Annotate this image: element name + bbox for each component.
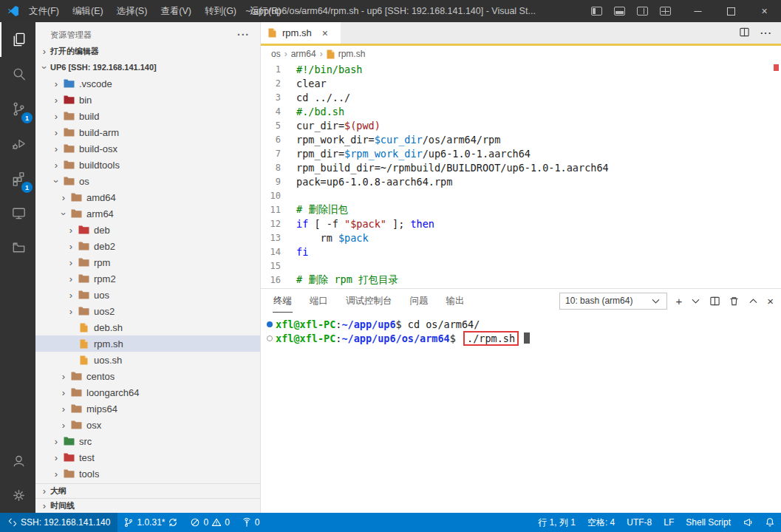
explorer-icon[interactable] (0, 22, 35, 57)
outline-section[interactable]: › 大纲 (35, 483, 260, 498)
workspace-root[interactable]: › UP6 [SSH: 192.168.141.140] (35, 59, 260, 75)
menu-item[interactable]: 选择(S) (110, 0, 154, 22)
tree-item-osx[interactable]: ›osx (35, 417, 260, 433)
customize-layout-icon[interactable] (660, 7, 671, 16)
source-control-icon[interactable]: 1 (0, 92, 35, 126)
toggle-secondary-sidebar-icon[interactable] (637, 7, 648, 16)
remote-explorer-icon[interactable] (0, 196, 35, 231)
maximize-panel-icon[interactable] (748, 296, 759, 307)
tree-item-tools[interactable]: ›tools (35, 466, 260, 482)
file-explorer-icon[interactable] (0, 231, 35, 265)
more-actions-icon[interactable]: ··· (760, 27, 772, 38)
run-debug-icon[interactable] (0, 126, 35, 161)
tree-item-rpm.sh[interactable]: rpm.sh (35, 335, 260, 352)
tree-item-build[interactable]: ›build (35, 108, 260, 124)
code-line[interactable]: 16# 删除 rpm 打包目录 (261, 273, 781, 287)
code-line[interactable]: 2clear (261, 76, 781, 90)
code-line[interactable]: 7rpm_dir=$rpm_work_dir/up6-1.0-1.aarch64 (261, 146, 781, 160)
tree-item-.vscode[interactable]: ›.vscode (35, 75, 260, 92)
panel-tab-终端[interactable]: 终端 (273, 289, 293, 313)
panel-tab-调试控制台[interactable]: 调试控制台 (345, 289, 393, 313)
close-panel-icon[interactable]: × (767, 295, 774, 307)
menu-item[interactable]: 编辑(E) (66, 0, 110, 22)
maximize-icon[interactable] (715, 0, 748, 22)
tab-rpm-sh[interactable]: rpm.sh × (261, 22, 341, 44)
tree-item-loongarch64[interactable]: ›loongarch64 (35, 384, 260, 400)
tree-item-build-osx[interactable]: ›build-osx (35, 140, 260, 157)
tree-item-os[interactable]: ›os (35, 173, 260, 189)
tree-item-mips64[interactable]: ›mips64 (35, 400, 260, 417)
panel-tab-问题[interactable]: 问题 (409, 289, 429, 313)
toggle-sidebar-icon[interactable] (591, 7, 602, 16)
eol-selector[interactable]: LF (658, 513, 680, 532)
cursor-position[interactable]: 行 1, 列 1 (532, 513, 582, 532)
code-line[interactable]: 1#!/bin/bash (261, 62, 781, 76)
menu-item[interactable]: 转到(G) (198, 0, 243, 22)
git-branch-status[interactable]: 1.0.31* (117, 513, 184, 532)
new-terminal-icon[interactable]: + (675, 295, 682, 307)
terminal-line[interactable]: xfl@xfl-PC:~/app/up6/os/arm64$ ./rpm.sh (264, 331, 781, 345)
tree-item-centos[interactable]: ›centos (35, 368, 260, 384)
tree-item-amd64[interactable]: ›amd64 (35, 189, 260, 205)
code-line[interactable]: 12if [ -f "$pack" ]; then (261, 216, 781, 231)
minimize-icon[interactable]: ─ (681, 0, 715, 22)
tree-item-arm64[interactable]: ›arm64 (35, 205, 260, 222)
indentation[interactable]: 空格: 4 (582, 513, 621, 532)
search-icon[interactable] (0, 57, 35, 92)
split-editor-icon[interactable] (739, 27, 750, 40)
code-line[interactable]: 13 rm $pack (261, 231, 781, 245)
close-icon[interactable]: × (748, 0, 781, 22)
terminal-dropdown-icon[interactable] (690, 296, 701, 307)
code-line[interactable]: 14fi (261, 245, 781, 259)
open-editors-section[interactable]: › 打开的编辑器 (35, 43, 260, 59)
breadcrumb-item[interactable]: os (271, 49, 281, 59)
tree-item-src[interactable]: ›src (35, 433, 260, 449)
ports-status[interactable]: 0 (236, 513, 266, 532)
account-icon[interactable] (0, 443, 35, 478)
code-line[interactable]: 3cd ../../ (261, 90, 781, 104)
tree-item-deb.sh[interactable]: deb.sh (35, 319, 260, 335)
tree-item-rpm[interactable]: ›rpm (35, 254, 260, 270)
tree-item-uos.sh[interactable]: uos.sh (35, 352, 260, 368)
code-line[interactable]: 11# 删除旧包 (261, 202, 781, 216)
tree-item-deb[interactable]: ›deb (35, 222, 260, 238)
terminal[interactable]: xfl@xfl-PC:~/app/up6$ cd os/arm64/xfl@xf… (261, 313, 781, 513)
panel-tab-端口[interactable]: 端口 (309, 289, 329, 313)
tree-item-test[interactable]: ›test (35, 449, 260, 466)
tree-item-rpm2[interactable]: ›rpm2 (35, 270, 260, 287)
tree-item-buildtools[interactable]: ›buildtools (35, 157, 260, 173)
remote-indicator[interactable]: SSH: 192.168.141.140 (0, 513, 117, 532)
code-line[interactable]: 6rpm_work_dir=$cur_dir/os/arm64/rpm (261, 132, 781, 146)
code-line[interactable]: 9pack=up6-1.0.8-aarch64.rpm (261, 174, 781, 188)
tree-item-bin[interactable]: ›bin (35, 92, 260, 108)
feedback-icon[interactable] (737, 513, 759, 532)
tree-item-deb2[interactable]: ›deb2 (35, 238, 260, 254)
problems-status[interactable]: 0 0 (184, 513, 235, 532)
panel-tab-输出[interactable]: 输出 (446, 289, 465, 313)
code-line[interactable]: 10 (261, 188, 781, 202)
close-tab-icon[interactable]: × (322, 27, 328, 39)
menu-item[interactable]: 文件(F) (22, 0, 66, 22)
code-line[interactable]: 15 (261, 259, 781, 273)
breadcrumb-item[interactable]: arm64 (291, 49, 316, 59)
language-mode[interactable]: Shell Script (680, 513, 737, 532)
encoding[interactable]: UTF-8 (621, 513, 658, 532)
tree-item-uos[interactable]: ›uos (35, 287, 260, 303)
menu-item[interactable]: 查看(V) (154, 0, 198, 22)
settings-gear-icon[interactable] (0, 478, 35, 513)
split-terminal-icon[interactable] (709, 296, 720, 307)
kill-terminal-icon[interactable] (729, 296, 740, 307)
tree-item-uos2[interactable]: ›uos2 (35, 303, 260, 319)
terminal-line[interactable]: xfl@xfl-PC:~/app/up6$ cd os/arm64/ (264, 317, 781, 331)
code-line[interactable]: 8rpm_build_dir=~/rpmbuild/BUILDROOT/up6-… (261, 160, 781, 174)
tree-item-build-arm[interactable]: ›build-arm (35, 124, 260, 140)
breadcrumb-item[interactable]: rpm.sh (338, 49, 366, 59)
code-line[interactable]: 5cur_dir=$(pwd) (261, 118, 781, 132)
more-actions-icon[interactable]: ··· (237, 29, 250, 41)
extensions-icon[interactable]: 1 (0, 161, 35, 196)
terminal-picker[interactable]: 10: bash (arm64) (559, 293, 667, 310)
timeline-section[interactable]: › 时间线 (35, 498, 260, 513)
toggle-panel-icon[interactable] (614, 7, 625, 16)
code-line[interactable]: 4#./bd.sh (261, 104, 781, 118)
notifications-bell-icon[interactable] (759, 513, 781, 532)
